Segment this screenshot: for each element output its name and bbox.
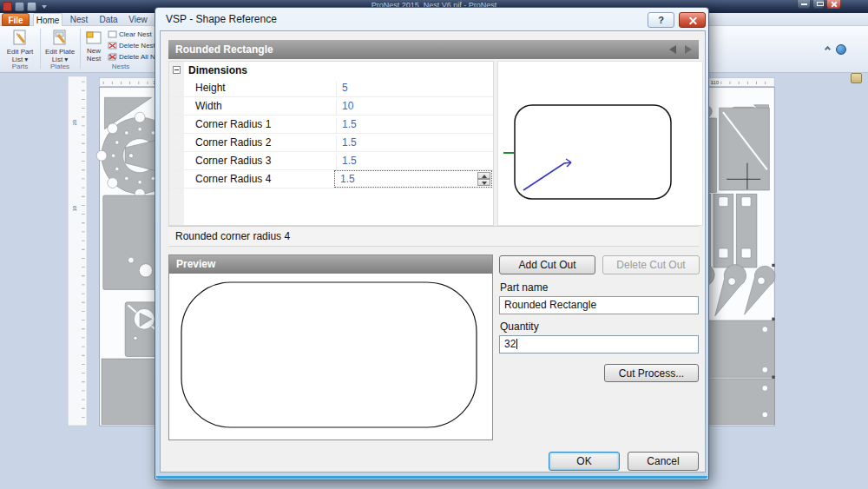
tab-nest[interactable]: Nest [66, 13, 92, 26]
edit-part-list-button[interactable]: Edit Part List ▾ [2, 28, 38, 64]
edit-part-list-icon [11, 29, 29, 46]
delete-nest-icon [108, 42, 117, 50]
shape-reference-dialog: VSP - Shape Reference ? Rounded Rectangl… [155, 7, 709, 480]
cut-process-button[interactable]: Cut Process... [604, 364, 699, 382]
new-nest-label1: New [82, 47, 106, 55]
property-row-corner-radius-1[interactable]: Corner Radius 1 1.5 [169, 116, 493, 134]
tab-file[interactable]: File [2, 13, 30, 26]
vertical-ruler: 20 10 [68, 76, 87, 426]
clear-nest-icon [108, 30, 117, 38]
ok-button[interactable]: OK [549, 452, 620, 471]
delete-all-nests-icon [108, 53, 117, 61]
property-row-corner-radius-3[interactable]: Corner Radius 3 1.5 [169, 152, 493, 170]
rounded-rectangle-outline [515, 105, 671, 199]
dialog-bottom-glow [156, 476, 707, 479]
tab-data[interactable]: Data [95, 13, 122, 26]
spin-up-button[interactable] [477, 172, 490, 179]
ribbon-group-nests[interactable]: Nests [87, 63, 155, 70]
shape-diagram [498, 62, 702, 225]
part-name-label: Part name [500, 281, 548, 294]
shape-name-label: Rounded Rectangle [175, 43, 273, 56]
svg-text:20: 20 [72, 119, 77, 125]
svg-text:110: 110 [711, 80, 720, 85]
ribbon-separator [40, 29, 41, 69]
property-row-height[interactable]: Height 5 [169, 79, 493, 97]
clear-nest-label: Clear Nest [119, 30, 152, 38]
preview-panel: Preview [168, 254, 493, 440]
minimize-button[interactable] [797, 0, 811, 9]
previous-shape-icon[interactable] [669, 45, 676, 54]
quick-access-icon[interactable] [27, 2, 36, 11]
delete-nest-button[interactable]: Delete Nest [108, 40, 155, 51]
property-row-corner-radius-4[interactable]: Corner Radius 4 1.5 [169, 170, 493, 188]
edit-plate-list-label1: Edit Plate [42, 48, 78, 56]
dimensions-section-label: Dimensions [188, 64, 247, 76]
cancel-button[interactable]: Cancel [628, 452, 699, 471]
property-row-corner-radius-2[interactable]: Corner Radius 2 1.5 [169, 134, 493, 152]
preview-header: Preview [169, 255, 492, 274]
lead-in-line [523, 162, 571, 190]
quantity-label: Quantity [500, 320, 539, 333]
property-grid: Dimensions Height 5 Width 10 Corner Radi… [168, 61, 494, 226]
property-row-width[interactable]: Width 10 [169, 97, 493, 116]
app-close-button[interactable] [826, 0, 841, 9]
dialog-title: VSP - Shape Reference [166, 13, 277, 25]
new-nest-label2: Nest [82, 55, 106, 63]
ribbon-separator [80, 29, 81, 69]
text-cursor [516, 339, 517, 349]
ribbon-group-parts[interactable]: Parts [2, 63, 38, 70]
dialog-help-button[interactable]: ? [648, 12, 674, 28]
edit-part-list-label1: Edit Part [2, 48, 38, 56]
help-icon[interactable] [836, 44, 846, 55]
new-nest-icon [85, 30, 102, 45]
corner-radius-4-input[interactable]: 1.5 [334, 170, 492, 188]
tab-home[interactable]: Home [33, 13, 62, 26]
property-description: Rounded corner radius 4 [168, 226, 699, 247]
add-cut-out-button[interactable]: Add Cut Out [499, 255, 595, 274]
edit-plate-list-icon [51, 29, 69, 46]
part-name-input[interactable]: Rounded Rectangle [499, 296, 699, 314]
delete-cut-out-button: Delete Cut Out [602, 255, 700, 274]
next-shape-icon[interactable] [685, 45, 692, 54]
new-nest-button[interactable]: New Nest [82, 28, 106, 64]
collapse-icon[interactable] [173, 66, 181, 74]
pronest-logo-icon[interactable] [3, 2, 12, 11]
maximize-button[interactable] [812, 0, 825, 9]
dialog-content: Rounded Rectangle Dimensions Height 5 Wi… [160, 30, 706, 472]
shape-name-header: Rounded Rectangle [168, 40, 699, 59]
collapse-ribbon-button[interactable] [823, 45, 833, 53]
quick-access-caret-icon[interactable] [42, 5, 47, 9]
delete-nest-label: Delete Nest [119, 42, 155, 50]
svg-text:10: 10 [72, 205, 77, 211]
screen: ProNest 2015. Nest V6.nif - ProNest File… [0, 0, 868, 489]
quantity-input[interactable]: 32 [499, 335, 699, 354]
preview-shape [169, 274, 492, 439]
spinner [477, 172, 490, 186]
tab-view[interactable]: View [125, 13, 151, 26]
dialog-close-button[interactable] [679, 12, 706, 28]
edit-plate-list-button[interactable]: Edit Plate List ▾ [42, 28, 78, 64]
save-icon[interactable] [15, 2, 24, 11]
shape-diagram-panel [497, 61, 703, 226]
dimensions-section-row[interactable]: Dimensions [169, 62, 493, 79]
clear-nest-button[interactable]: Clear Nest [108, 29, 152, 40]
ribbon-group-plates[interactable]: Plates [42, 63, 78, 70]
spin-down-button[interactable] [477, 179, 490, 186]
